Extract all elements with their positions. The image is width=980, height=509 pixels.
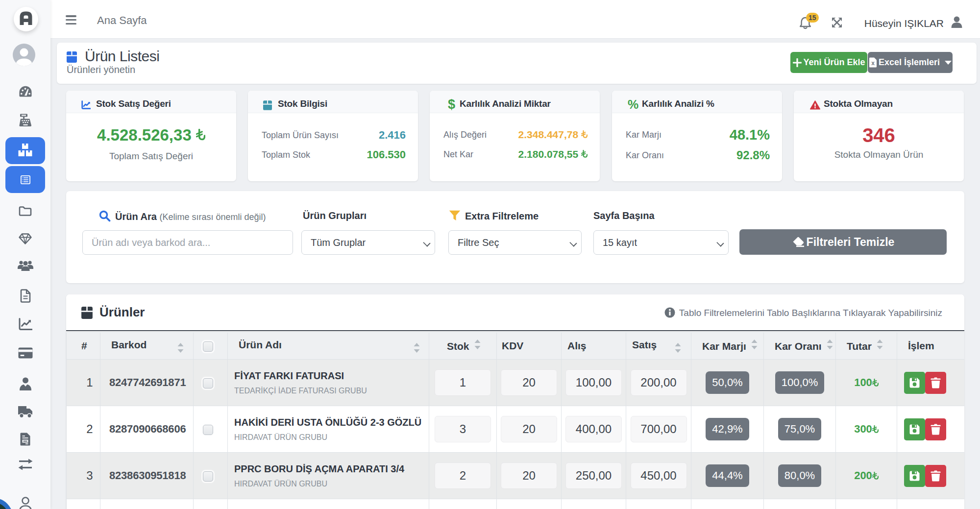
svg-text:x: x: [871, 60, 875, 67]
